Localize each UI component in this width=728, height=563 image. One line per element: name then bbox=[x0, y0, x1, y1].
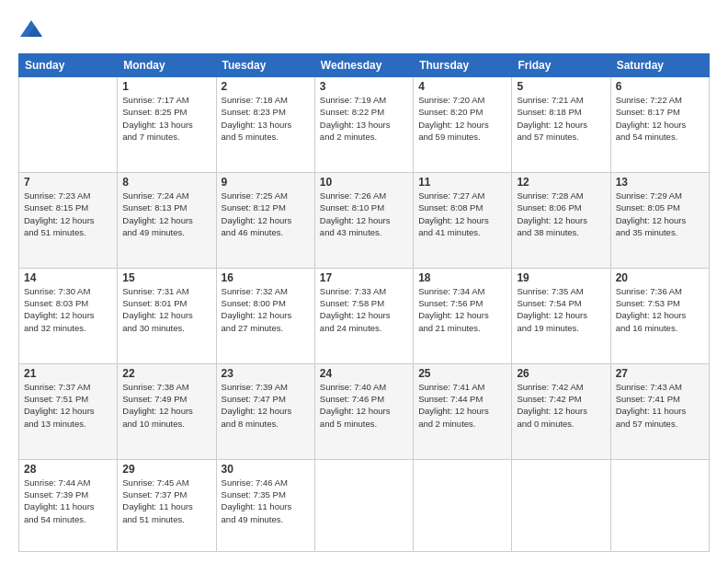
calendar-cell: 8Sunrise: 7:24 AM Sunset: 8:13 PM Daylig… bbox=[118, 172, 216, 268]
day-number: 25 bbox=[418, 367, 506, 380]
calendar-cell: 22Sunrise: 7:38 AM Sunset: 7:49 PM Dayli… bbox=[118, 363, 216, 459]
calendar-cell: 1Sunrise: 7:17 AM Sunset: 8:25 PM Daylig… bbox=[118, 77, 216, 173]
day-number: 17 bbox=[320, 271, 408, 284]
day-number: 27 bbox=[616, 367, 704, 380]
weekday-header-sunday: Sunday bbox=[19, 54, 118, 77]
calendar-cell: 14Sunrise: 7:30 AM Sunset: 8:03 PM Dayli… bbox=[19, 268, 118, 363]
weekday-header-monday: Monday bbox=[118, 54, 216, 77]
weekday-header-tuesday: Tuesday bbox=[216, 54, 314, 77]
calendar-cell: 29Sunrise: 7:45 AM Sunset: 7:37 PM Dayli… bbox=[118, 459, 216, 551]
calendar-cell bbox=[414, 459, 512, 551]
calendar-week-1: 1Sunrise: 7:17 AM Sunset: 8:25 PM Daylig… bbox=[19, 77, 710, 173]
calendar-cell: 5Sunrise: 7:21 AM Sunset: 8:18 PM Daylig… bbox=[512, 77, 610, 173]
day-number: 28 bbox=[24, 463, 112, 476]
calendar-cell: 4Sunrise: 7:20 AM Sunset: 8:20 PM Daylig… bbox=[414, 77, 512, 173]
day-info: Sunrise: 7:40 AM Sunset: 7:46 PM Dayligh… bbox=[320, 381, 408, 430]
day-number: 29 bbox=[122, 463, 210, 476]
calendar-cell: 26Sunrise: 7:42 AM Sunset: 7:42 PM Dayli… bbox=[512, 363, 610, 459]
calendar-cell: 24Sunrise: 7:40 AM Sunset: 7:46 PM Dayli… bbox=[314, 363, 413, 459]
day-info: Sunrise: 7:32 AM Sunset: 8:00 PM Dayligh… bbox=[222, 285, 310, 334]
day-info: Sunrise: 7:23 AM Sunset: 8:15 PM Dayligh… bbox=[24, 190, 112, 238]
day-info: Sunrise: 7:36 AM Sunset: 7:53 PM Dayligh… bbox=[616, 285, 704, 334]
calendar-cell bbox=[314, 459, 413, 551]
calendar-cell: 23Sunrise: 7:39 AM Sunset: 7:47 PM Dayli… bbox=[216, 363, 314, 459]
day-info: Sunrise: 7:41 AM Sunset: 7:44 PM Dayligh… bbox=[418, 381, 506, 430]
day-number: 30 bbox=[222, 463, 310, 476]
day-number: 2 bbox=[222, 80, 310, 93]
weekday-header-wednesday: Wednesday bbox=[314, 54, 413, 77]
calendar-cell bbox=[512, 459, 610, 551]
logo bbox=[18, 18, 46, 44]
day-number: 13 bbox=[616, 176, 704, 189]
calendar-cell: 7Sunrise: 7:23 AM Sunset: 8:15 PM Daylig… bbox=[19, 172, 118, 268]
day-info: Sunrise: 7:19 AM Sunset: 8:22 PM Dayligh… bbox=[320, 94, 408, 143]
day-number: 4 bbox=[418, 80, 506, 93]
day-number: 3 bbox=[320, 80, 408, 93]
calendar-cell: 27Sunrise: 7:43 AM Sunset: 7:41 PM Dayli… bbox=[610, 363, 709, 459]
calendar-cell bbox=[19, 77, 118, 173]
day-number: 22 bbox=[122, 367, 210, 380]
day-number: 14 bbox=[24, 271, 112, 284]
day-info: Sunrise: 7:35 AM Sunset: 7:54 PM Dayligh… bbox=[517, 285, 605, 334]
day-number: 6 bbox=[616, 80, 704, 93]
calendar-week-3: 14Sunrise: 7:30 AM Sunset: 8:03 PM Dayli… bbox=[19, 268, 710, 363]
day-info: Sunrise: 7:38 AM Sunset: 7:49 PM Dayligh… bbox=[122, 381, 210, 430]
header bbox=[18, 15, 710, 44]
calendar-cell: 6Sunrise: 7:22 AM Sunset: 8:17 PM Daylig… bbox=[610, 77, 709, 173]
day-info: Sunrise: 7:45 AM Sunset: 7:37 PM Dayligh… bbox=[122, 477, 210, 525]
day-info: Sunrise: 7:33 AM Sunset: 7:58 PM Dayligh… bbox=[320, 285, 408, 334]
calendar-cell: 16Sunrise: 7:32 AM Sunset: 8:00 PM Dayli… bbox=[216, 268, 314, 363]
day-number: 16 bbox=[222, 271, 310, 284]
day-number: 8 bbox=[122, 176, 210, 189]
weekday-header-friday: Friday bbox=[512, 54, 610, 77]
calendar-cell: 3Sunrise: 7:19 AM Sunset: 8:22 PM Daylig… bbox=[314, 77, 413, 173]
calendar-cell: 15Sunrise: 7:31 AM Sunset: 8:01 PM Dayli… bbox=[118, 268, 216, 363]
day-number: 15 bbox=[122, 271, 210, 284]
day-info: Sunrise: 7:24 AM Sunset: 8:13 PM Dayligh… bbox=[122, 190, 210, 238]
day-info: Sunrise: 7:22 AM Sunset: 8:17 PM Dayligh… bbox=[616, 94, 704, 143]
day-info: Sunrise: 7:37 AM Sunset: 7:51 PM Dayligh… bbox=[24, 381, 112, 430]
calendar-cell: 25Sunrise: 7:41 AM Sunset: 7:44 PM Dayli… bbox=[414, 363, 512, 459]
calendar-table: SundayMondayTuesdayWednesdayThursdayFrid… bbox=[18, 53, 710, 552]
day-info: Sunrise: 7:21 AM Sunset: 8:18 PM Dayligh… bbox=[517, 94, 605, 143]
day-info: Sunrise: 7:30 AM Sunset: 8:03 PM Dayligh… bbox=[24, 285, 112, 334]
weekday-header-row: SundayMondayTuesdayWednesdayThursdayFrid… bbox=[19, 54, 710, 77]
logo-icon bbox=[18, 18, 44, 44]
day-info: Sunrise: 7:26 AM Sunset: 8:10 PM Dayligh… bbox=[320, 190, 408, 238]
calendar-cell: 2Sunrise: 7:18 AM Sunset: 8:23 PM Daylig… bbox=[216, 77, 314, 173]
day-info: Sunrise: 7:25 AM Sunset: 8:12 PM Dayligh… bbox=[222, 190, 310, 238]
day-info: Sunrise: 7:46 AM Sunset: 7:35 PM Dayligh… bbox=[222, 477, 310, 525]
calendar-cell: 11Sunrise: 7:27 AM Sunset: 8:08 PM Dayli… bbox=[414, 172, 512, 268]
calendar-cell: 30Sunrise: 7:46 AM Sunset: 7:35 PM Dayli… bbox=[216, 459, 314, 551]
weekday-header-thursday: Thursday bbox=[414, 54, 512, 77]
day-info: Sunrise: 7:29 AM Sunset: 8:05 PM Dayligh… bbox=[616, 190, 704, 238]
day-info: Sunrise: 7:20 AM Sunset: 8:20 PM Dayligh… bbox=[418, 94, 506, 143]
calendar-cell: 13Sunrise: 7:29 AM Sunset: 8:05 PM Dayli… bbox=[610, 172, 709, 268]
calendar-cell: 10Sunrise: 7:26 AM Sunset: 8:10 PM Dayli… bbox=[314, 172, 413, 268]
calendar-week-4: 21Sunrise: 7:37 AM Sunset: 7:51 PM Dayli… bbox=[19, 363, 710, 459]
day-info: Sunrise: 7:44 AM Sunset: 7:39 PM Dayligh… bbox=[24, 477, 112, 525]
day-number: 19 bbox=[517, 271, 605, 284]
day-number: 21 bbox=[24, 367, 112, 380]
day-info: Sunrise: 7:42 AM Sunset: 7:42 PM Dayligh… bbox=[517, 381, 605, 430]
day-info: Sunrise: 7:28 AM Sunset: 8:06 PM Dayligh… bbox=[517, 190, 605, 238]
calendar-week-2: 7Sunrise: 7:23 AM Sunset: 8:15 PM Daylig… bbox=[19, 172, 710, 268]
day-info: Sunrise: 7:27 AM Sunset: 8:08 PM Dayligh… bbox=[418, 190, 506, 238]
page: SundayMondayTuesdayWednesdayThursdayFrid… bbox=[0, 0, 728, 563]
calendar-cell: 21Sunrise: 7:37 AM Sunset: 7:51 PM Dayli… bbox=[19, 363, 118, 459]
calendar-cell: 17Sunrise: 7:33 AM Sunset: 7:58 PM Dayli… bbox=[314, 268, 413, 363]
calendar-cell: 9Sunrise: 7:25 AM Sunset: 8:12 PM Daylig… bbox=[216, 172, 314, 268]
day-number: 24 bbox=[320, 367, 408, 380]
day-number: 20 bbox=[616, 271, 704, 284]
calendar-cell: 28Sunrise: 7:44 AM Sunset: 7:39 PM Dayli… bbox=[19, 459, 118, 551]
weekday-header-saturday: Saturday bbox=[610, 54, 709, 77]
day-number: 26 bbox=[517, 367, 605, 380]
day-number: 10 bbox=[320, 176, 408, 189]
day-number: 11 bbox=[418, 176, 506, 189]
calendar-cell bbox=[610, 459, 709, 551]
day-info: Sunrise: 7:31 AM Sunset: 8:01 PM Dayligh… bbox=[122, 285, 210, 334]
day-number: 1 bbox=[122, 80, 210, 93]
calendar-cell: 12Sunrise: 7:28 AM Sunset: 8:06 PM Dayli… bbox=[512, 172, 610, 268]
day-number: 9 bbox=[222, 176, 310, 189]
day-number: 18 bbox=[418, 271, 506, 284]
